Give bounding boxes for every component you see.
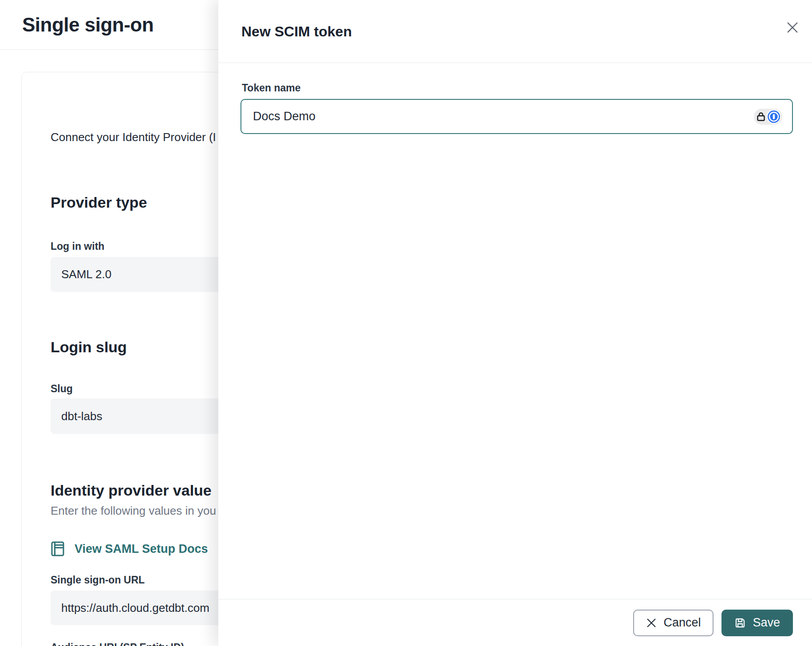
login-with-label: Log in with (51, 240, 104, 253)
modal-header: New SCIM token (218, 0, 812, 63)
close-icon[interactable] (783, 18, 802, 37)
token-name-input[interactable] (240, 99, 793, 134)
lock-icon (756, 111, 766, 122)
audience-uri-label: Audience URI (SP Entity ID) (51, 641, 184, 646)
token-name-input-wrap (240, 99, 793, 134)
provider-type-heading: Provider type (51, 193, 147, 212)
slug-label: Slug (51, 382, 73, 395)
floppy-disk-icon (734, 617, 746, 629)
onepassword-icon (767, 110, 781, 124)
sso-url-value: https://auth.cloud.getdbt.com (61, 601, 209, 615)
modal-footer: Cancel Save (218, 599, 812, 646)
book-icon (51, 541, 65, 557)
cancel-button[interactable]: Cancel (633, 610, 713, 636)
intro-text: Connect your Identity Provider (I (51, 130, 216, 145)
view-saml-docs-label: View SAML Setup Docs (75, 542, 208, 556)
modal-title: New SCIM token (241, 23, 352, 39)
login-slug-heading: Login slug (51, 337, 127, 357)
save-button-label: Save (753, 616, 780, 630)
slug-value: dbt-labs (61, 410, 102, 423)
onepassword-extension-pill[interactable] (754, 109, 782, 125)
idp-subtitle: Enter the following values in you (51, 503, 216, 518)
x-icon (646, 618, 657, 628)
save-button[interactable]: Save (721, 610, 793, 636)
cancel-button-label: Cancel (663, 616, 701, 630)
page-title: Single sign-on (22, 14, 154, 36)
view-saml-docs-link[interactable]: View SAML Setup Docs (51, 540, 208, 558)
token-name-label: Token name (242, 82, 301, 94)
new-scim-token-modal: New SCIM token Token name (218, 0, 812, 646)
sso-url-label: Single sign-on URL (51, 573, 145, 587)
login-with-value: SAML 2.0 (61, 268, 111, 281)
idp-values-heading: Identity provider value (51, 481, 212, 500)
